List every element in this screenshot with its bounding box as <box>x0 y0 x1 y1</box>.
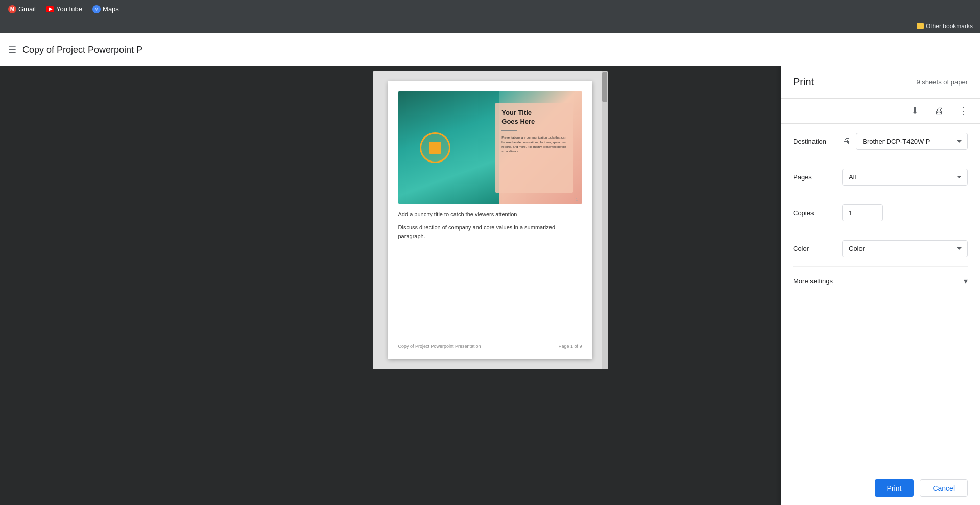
print-page-footer: Copy of Project Powerpoint Presentation … <box>398 343 582 349</box>
print-panel-header: Print 9 sheets of paper <box>781 66 980 99</box>
hamburger-icon[interactable]: ☰ <box>8 44 16 55</box>
bookmarks-bar: Other bookmarks <box>0 18 980 33</box>
slide-title: Your Title Goes Here <box>501 109 566 126</box>
print-settings: Destination 🖨 Brother DCP-T420W P Pages <box>781 124 980 471</box>
maps-nav[interactable]: M Maps <box>88 3 123 15</box>
copies-input[interactable] <box>842 204 883 221</box>
print-button[interactable]: Print <box>875 479 914 497</box>
pages-row: Pages All <box>793 159 968 195</box>
slides-title: Copy of Project Powerpoint P <box>22 44 142 55</box>
pages-label: Pages <box>793 173 834 181</box>
maps-label: Maps <box>103 5 119 13</box>
print-panel: Print 9 sheets of paper ⬇ 🖨 ⋮ Destinatio… <box>781 66 980 505</box>
slide-page-num: 1 <box>576 197 578 202</box>
slide-right-content: Your Title Goes Here Presentations are c… <box>495 103 572 193</box>
color-select[interactable]: Color <box>842 240 968 257</box>
slide-body-text: Presentations are communication tools th… <box>501 135 566 154</box>
footer-left: Copy of Project Powerpoint Presentation <box>398 343 481 349</box>
nav-tabs: M Gmail YouTube M Maps <box>4 3 123 15</box>
footer-right: Page 1 of 9 <box>558 343 582 349</box>
slide-circle <box>420 132 450 163</box>
destination-control: 🖨 Brother DCP-T420W P <box>842 133 968 150</box>
slide-box-icon <box>429 142 441 154</box>
slide-divider <box>501 130 517 131</box>
gmail-icon: M <box>8 5 16 13</box>
notes-line1: Add a punchy title to catch the viewers … <box>398 210 582 219</box>
main-area: ☰ Copy of Project Powerpoint P <box>0 33 980 505</box>
folder-icon <box>917 23 924 29</box>
pages-control: All <box>842 169 968 186</box>
slide-thumbnail: Your Title Goes Here Presentations are c… <box>398 91 582 204</box>
browser-toolbar: M Gmail YouTube M Maps <box>0 0 980 18</box>
print-preview-container: Your Title Goes Here Presentations are c… <box>373 71 608 369</box>
copies-label: Copies <box>793 209 834 217</box>
maps-icon: M <box>92 5 101 13</box>
color-label: Color <box>793 245 834 252</box>
destination-select[interactable]: Brother DCP-T420W P <box>856 133 968 150</box>
print-sheets: 9 sheets of paper <box>917 78 968 86</box>
color-row: Color Color <box>793 231 968 267</box>
copies-row: Copies <box>793 195 968 231</box>
slides-header: ☰ Copy of Project Powerpoint P <box>0 33 980 66</box>
print-panel-icons: ⬇ 🖨 ⋮ <box>781 99 980 124</box>
destination-row: Destination 🖨 Brother DCP-T420W P <box>793 124 968 159</box>
copies-control <box>842 204 968 221</box>
print-panel-footer: Print Cancel <box>781 471 980 505</box>
color-control: Color <box>842 240 968 257</box>
more-settings-label: More settings <box>793 277 833 285</box>
other-bookmarks[interactable]: Other bookmarks <box>914 21 976 31</box>
youtube-icon <box>46 6 54 12</box>
download-button[interactable]: ⬇ <box>906 103 923 119</box>
more-settings-row[interactable]: More settings ▾ <box>793 267 968 295</box>
preview-scrollbar[interactable] <box>602 71 608 369</box>
cancel-button[interactable]: Cancel <box>920 479 968 497</box>
more-options-button[interactable]: ⋮ <box>955 103 972 119</box>
printer-small-icon: 🖨 <box>842 136 851 147</box>
pages-select[interactable]: All <box>842 169 968 186</box>
print-page: Your Title Goes Here Presentations are c… <box>388 81 592 359</box>
youtube-nav[interactable]: YouTube <box>42 3 86 15</box>
print-page-notes: Add a punchy title to catch the viewers … <box>398 210 582 241</box>
youtube-play-triangle <box>49 7 53 11</box>
youtube-label: YouTube <box>56 5 82 13</box>
destination-label: Destination <box>793 137 834 145</box>
gmail-nav[interactable]: M Gmail <box>4 3 40 15</box>
printer-button[interactable]: 🖨 <box>931 103 947 119</box>
print-title: Print <box>793 76 814 88</box>
chevron-down-icon: ▾ <box>964 276 968 286</box>
slides-content-area: Your Title Goes Here Presentations are c… <box>0 66 980 505</box>
slides-background: ☰ Copy of Project Powerpoint P <box>0 33 980 505</box>
notes-line2: Discuss direction of company and core va… <box>398 223 582 241</box>
scrollbar-thumb[interactable] <box>602 72 607 102</box>
bookmarks-label: Other bookmarks <box>926 22 973 30</box>
gmail-label: Gmail <box>18 5 36 13</box>
